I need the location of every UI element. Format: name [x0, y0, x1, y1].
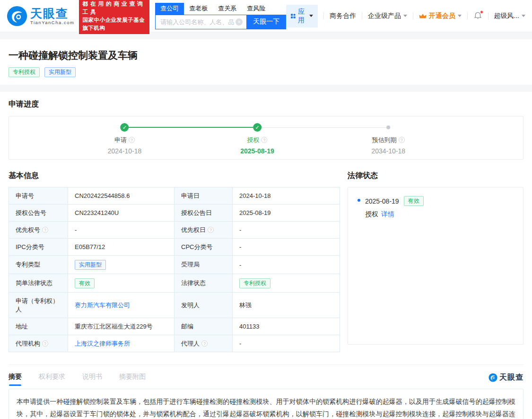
slogan-badge: 都在用的商业查询工具 国家中小企业发展子基金旗下机构	[79, 0, 149, 34]
table-row: 授权公告号CN223241240U授权公告日2025-08-19	[9, 205, 340, 222]
info-label-cell: 地址	[9, 318, 68, 335]
divider	[488, 12, 488, 19]
detail-tabs: 摘要权利要求说明书摘要附图 天眼查	[9, 365, 523, 386]
help-question-icon[interactable]: ?	[208, 227, 214, 233]
table-row: IPC分类号E05B77/12CPC分类号-	[9, 239, 340, 256]
info-label-cell: 申请日	[174, 187, 233, 205]
timeline-marker: ✓	[108, 123, 142, 132]
application-progress-timeline: ✓申请?2024-10-18✓授权?2025-08-19预估到期?2034-10…	[9, 116, 523, 160]
info-label-cell: 受理局	[174, 256, 233, 274]
patent-title-section: 一种碰撞解锁控制装置及车辆 专利授权实用新型	[0, 39, 532, 85]
info-value-cell: 专利授权	[233, 274, 340, 293]
timeline-marker	[371, 123, 405, 132]
apps-label: 应用	[298, 8, 307, 25]
help-question-icon[interactable]: ?	[129, 137, 135, 143]
apps-grid-icon	[291, 13, 296, 19]
divider	[413, 12, 413, 19]
tianyancha-watermark: 天眼查	[488, 373, 523, 383]
chevron-down-icon	[458, 15, 462, 17]
logo-name: 天眼查	[30, 7, 74, 19]
search-input[interactable]	[155, 15, 246, 29]
search-tab-item[interactable]: 查关系	[213, 3, 242, 15]
nav-vip-membership[interactable]: 开通会员	[419, 12, 462, 20]
info-value-cell: -	[233, 335, 340, 352]
info-value-cell: 林强	[233, 293, 340, 318]
timeline-line-done	[125, 127, 257, 128]
info-label-cell: 优先权号?	[9, 222, 68, 239]
crown-icon	[419, 13, 427, 19]
info-value-cell: 上海汉之律师事务所	[68, 335, 174, 352]
search-tab-item[interactable]: 查老板	[184, 3, 213, 15]
info-label-cell: CPC分类号	[174, 239, 233, 256]
info-value-cell: 实用新型	[68, 256, 174, 274]
legal-status-card: 2025-08-19有效授权详情	[348, 187, 523, 345]
watermark-label: 天眼查	[499, 373, 523, 383]
info-label-cell: 授权公告日	[174, 205, 233, 222]
chevron-down-icon	[522, 15, 525, 17]
tab-item[interactable]: 摘要附图	[119, 373, 146, 386]
legal-detail-link[interactable]: 详情	[381, 210, 394, 218]
notifications-bell-icon[interactable]	[473, 11, 482, 20]
info-link[interactable]: 上海汉之律师事务所	[75, 340, 130, 347]
info-label-cell: IPC分类号	[9, 239, 68, 256]
timeline-step: ✓申请?2024-10-18	[108, 123, 142, 155]
apps-menu[interactable]: 应用	[286, 5, 318, 27]
legal-status-item: 2025-08-19有效授权详情	[357, 196, 515, 219]
status-tag: 实用新型	[75, 260, 106, 270]
info-value-cell: -	[68, 222, 174, 239]
info-label-cell: 代理人?	[174, 335, 233, 352]
timeline-marker: ✓	[240, 123, 274, 132]
title-tags: 专利授权实用新型	[9, 67, 523, 77]
help-question-icon[interactable]: ?	[42, 227, 48, 233]
search-tab-active[interactable]: 查公司	[155, 3, 184, 15]
info-link[interactable]: 赛力斯汽车有限公司	[75, 302, 130, 309]
info-value-cell: 2025-08-19	[233, 205, 340, 222]
legal-status-date: 2025-08-19	[365, 197, 399, 205]
chevron-down-icon	[309, 15, 313, 17]
basic-info-heading: 基本信息	[9, 171, 340, 181]
info-value-cell: 有效	[68, 274, 174, 293]
table-row: 简单法律状态有效法律状态专利授权	[9, 274, 340, 293]
tab-item[interactable]: 权利要求	[39, 373, 65, 386]
patent-status-tag: 实用新型	[44, 67, 76, 77]
help-question-icon[interactable]: ?	[201, 340, 208, 347]
info-value-cell: -	[233, 222, 340, 239]
search-button[interactable]: 天眼一下	[246, 15, 286, 29]
help-question-icon[interactable]: ?	[42, 340, 48, 347]
info-value-cell: -	[233, 256, 340, 274]
clear-search-icon[interactable]: ×	[235, 18, 243, 26]
tianyancha-logo-icon	[7, 6, 27, 27]
legal-status-event: 授权	[365, 210, 378, 218]
basic-info-table: 申请号CN202422544858.6申请日2024-10-18授权公告号CN2…	[9, 187, 340, 352]
info-value-cell: 重庆市江北区福生大道229号	[68, 318, 174, 335]
search-tabs: 查公司查老板查关系查风险	[155, 3, 286, 15]
help-question-icon[interactable]: ?	[399, 137, 405, 143]
check-circle-icon: ✓	[253, 123, 262, 132]
slogan-line1: 都在用的商业查询工具	[82, 0, 146, 16]
search-tab-item[interactable]: 查风险	[242, 3, 270, 15]
tab-active[interactable]: 摘要	[9, 373, 22, 386]
info-label-cell: 发明人	[174, 293, 233, 318]
timeline-step-label: 预估到期?	[371, 136, 405, 144]
logo-domain: TianYanCha.com	[30, 20, 74, 25]
info-label-cell: 简单法律状态	[9, 274, 68, 293]
timeline-step-date: 2034-10-18	[371, 147, 405, 155]
search-area: 查公司查老板查关系查风险 × 天眼一下	[155, 3, 286, 29]
info-value-cell: CN202422544858.6	[68, 187, 174, 205]
nav-business-cooperation[interactable]: 商务合作	[330, 12, 356, 20]
divider	[323, 12, 324, 19]
tianyancha-watermark-icon	[488, 373, 497, 382]
tianyancha-logo[interactable]: 天眼查 TianYanCha.com	[7, 6, 74, 27]
tab-item[interactable]: 说明书	[82, 373, 102, 386]
info-label-cell: 代理机构?	[9, 335, 68, 352]
table-row: 地址重庆市江北区福生大道229号邮编401133	[9, 318, 340, 335]
help-question-icon[interactable]: ?	[262, 137, 268, 143]
status-tag: 有效	[75, 278, 95, 288]
nav-super-risk[interactable]: 超级风...	[494, 12, 525, 20]
nav-enterprise-products[interactable]: 企业级产品	[368, 12, 407, 20]
legal-status-date-row: 2025-08-19有效	[365, 196, 515, 206]
info-value-cell: 赛力斯汽车有限公司	[68, 293, 174, 318]
info-label-cell: 申请号	[9, 187, 68, 205]
section-divider-band	[0, 85, 532, 92]
info-label-cell: 邮编	[174, 318, 233, 335]
